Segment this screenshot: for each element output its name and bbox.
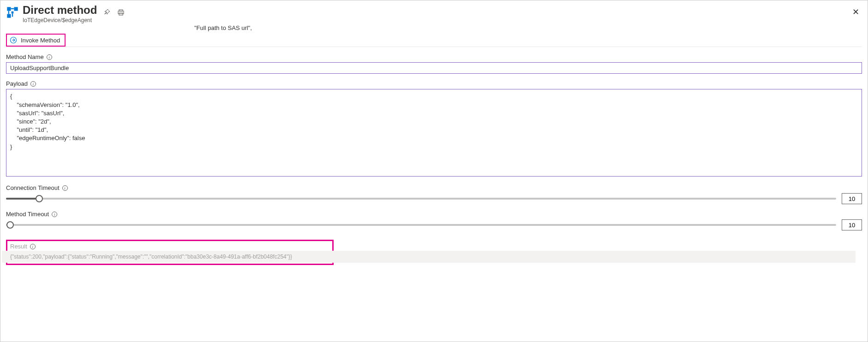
connection-timeout-value[interactable] <box>842 193 862 204</box>
method-timeout-group: Method Timeout i <box>6 211 862 230</box>
invoke-method-button[interactable]: Invoke Method <box>6 34 66 47</box>
connection-timeout-slider[interactable] <box>6 194 836 203</box>
svg-rect-3 <box>12 12 14 14</box>
payload-input[interactable] <box>6 89 862 177</box>
info-icon[interactable]: i <box>30 81 36 87</box>
payload-group: Payload i <box>6 80 862 178</box>
pin-icon[interactable] <box>103 9 111 16</box>
info-icon[interactable]: i <box>52 212 57 217</box>
info-icon[interactable]: i <box>47 54 52 60</box>
direct-method-icon <box>6 6 19 19</box>
header: Direct method IoTEdgeDevice/$edgeAgent ✕ <box>6 4 862 24</box>
result-label: Result <box>10 243 27 250</box>
page-title: Direct method <box>23 4 97 16</box>
result-output: {"status":200,"payload":{"status":"Runni… <box>2 251 856 263</box>
svg-rect-0 <box>7 7 11 11</box>
method-name-input[interactable] <box>6 62 862 74</box>
svg-rect-2 <box>7 14 11 18</box>
info-icon[interactable]: i <box>30 244 36 249</box>
method-timeout-label: Method Timeout <box>6 211 49 218</box>
toolbar: Invoke Method <box>6 34 862 47</box>
connection-timeout-label: Connection Timeout <box>6 184 60 191</box>
method-name-group: Method Name i <box>6 53 862 74</box>
connection-timeout-group: Connection Timeout i <box>6 184 862 204</box>
method-timeout-slider[interactable] <box>6 220 836 230</box>
result-section: Result i {"status":200,"payload":{"statu… <box>6 240 334 265</box>
svg-rect-1 <box>14 7 18 11</box>
invoke-icon <box>10 36 17 44</box>
method-name-label: Method Name <box>6 53 44 60</box>
method-timeout-value[interactable] <box>842 219 862 230</box>
floating-snippet: "Full path to SAS url", <box>194 24 252 31</box>
close-icon[interactable]: ✕ <box>852 7 859 17</box>
invoke-method-label: Invoke Method <box>21 37 60 44</box>
breadcrumb: IoTEdgeDevice/$edgeAgent <box>23 17 97 24</box>
payload-label: Payload <box>6 80 28 87</box>
info-icon[interactable]: i <box>62 185 68 191</box>
print-icon[interactable] <box>117 9 125 16</box>
